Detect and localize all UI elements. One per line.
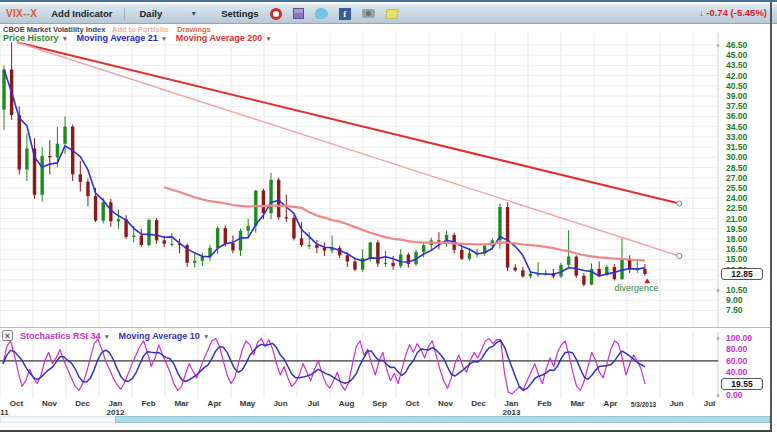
main-axis-tick: 43.50 <box>726 60 772 70</box>
legend-price-history[interactable]: Price History▼ <box>3 33 68 43</box>
panel-divider <box>0 327 772 328</box>
main-axis-tick: 9.00 <box>726 295 772 305</box>
period-select[interactable]: Daily <box>139 8 162 19</box>
alarm-icon[interactable] <box>270 8 282 20</box>
window-right-border <box>770 2 772 430</box>
main-axis-tick: 24.00 <box>726 193 772 203</box>
main-axis-tick: 27.00 <box>726 173 772 183</box>
main-axis-tick: 19.50 <box>726 224 772 234</box>
month-label: Jul <box>688 399 732 408</box>
main-axis-tick: 40.50 <box>726 81 772 91</box>
chart-application-window: VIX--X Add Indicator Daily ▼ Settings f … <box>0 0 777 432</box>
chevron-down-icon: ▼ <box>62 35 68 42</box>
facebook-icon[interactable]: f <box>339 8 351 20</box>
settings-button[interactable]: Settings <box>221 8 258 19</box>
legend-moving-average-21[interactable]: Moving Average 21▼ <box>76 33 167 43</box>
axis-marker-icon: ◂ <box>716 334 719 341</box>
quote-change: ↓ -0.74 (-5.45%) <box>699 7 767 18</box>
last-price-label: 12.85 <box>721 268 763 280</box>
chevron-down-icon: ▼ <box>203 333 209 340</box>
main-axis-tick: 34.50 <box>726 122 772 132</box>
period-dropdown-arrow-icon[interactable]: ▼ <box>190 10 197 17</box>
sub-chart-legend: Stochastics RSI 34▼ Moving Average 10▼ <box>20 331 215 341</box>
camera-icon[interactable] <box>362 9 375 18</box>
chevron-down-icon: ▼ <box>161 35 167 42</box>
main-axis-tick: 25.50 <box>726 183 772 193</box>
sub-axis-tick: 0.00 <box>726 390 772 400</box>
axis-marker-icon: ◂ <box>716 286 719 293</box>
main-axis-tick: 46.50 <box>726 40 772 50</box>
main-axis-tick: 18.00 <box>726 234 772 244</box>
main-axis-tick: 37.50 <box>726 101 772 111</box>
chevron-down-icon: ▼ <box>265 35 271 42</box>
main-price-chart[interactable]: divergence <box>0 33 720 327</box>
legend-stochastics-rsi[interactable]: Stochastics RSI 34▼ <box>20 331 110 341</box>
chevron-down-icon: ▼ <box>104 333 110 340</box>
main-axis-tick: 15.00 <box>726 254 772 264</box>
sub-axis-tick: 80.00 <box>726 344 772 354</box>
twitter-icon[interactable] <box>315 8 328 19</box>
note-icon[interactable] <box>385 9 398 19</box>
stochastics-rsi-chart[interactable] <box>0 332 720 398</box>
legend-moving-average-200[interactable]: Moving Average 200▼ <box>176 33 272 43</box>
main-axis-tick: 22.50 <box>726 203 772 213</box>
main-chart-legend: Price History▼ Moving Average 21▼ Moving… <box>3 33 278 43</box>
main-axis-tick: 7.50 <box>726 305 772 315</box>
down-arrow-icon: ↓ <box>699 8 704 18</box>
main-axis-tick: 39.00 <box>726 91 772 101</box>
main-axis-tick: 42.00 <box>726 71 772 81</box>
indicator-value-label: 19.55 <box>721 378 763 390</box>
axis-marker-icon: ◂ <box>716 391 719 398</box>
main-axis-tick: 45.00 <box>726 50 772 60</box>
toolbar: VIX--X Add Indicator Daily ▼ Settings f … <box>0 4 777 24</box>
axis-marker-icon: ◂ <box>716 41 719 48</box>
main-axis-tick: 10.50 <box>726 285 772 295</box>
legend-moving-average-10[interactable]: Moving Average 10▼ <box>119 331 210 341</box>
main-axis-tick: 36.00 <box>726 111 772 121</box>
sub-axis-tick: 100.00 <box>726 333 772 343</box>
main-axis-tick: 31.50 <box>726 142 772 152</box>
symbol-input[interactable]: VIX--X <box>6 8 37 19</box>
divergence-annotation: divergence <box>614 283 658 293</box>
sub-axis-tick: 40.00 <box>726 367 772 377</box>
sub-axis-tick: 60.00 <box>726 356 772 366</box>
main-axis-tick: 16.50 <box>726 244 772 254</box>
main-axis-tick: 28.50 <box>726 163 772 173</box>
main-axis-tick: 33.00 <box>726 132 772 142</box>
toolbar-divider <box>124 8 125 20</box>
main-axis-tick: 30.00 <box>726 152 772 162</box>
time-scrollbar-thumb[interactable] <box>115 416 770 423</box>
main-axis-tick: 21.00 <box>726 214 772 224</box>
add-indicator-button[interactable]: Add Indicator <box>51 8 112 19</box>
cube-icon[interactable] <box>293 8 304 19</box>
